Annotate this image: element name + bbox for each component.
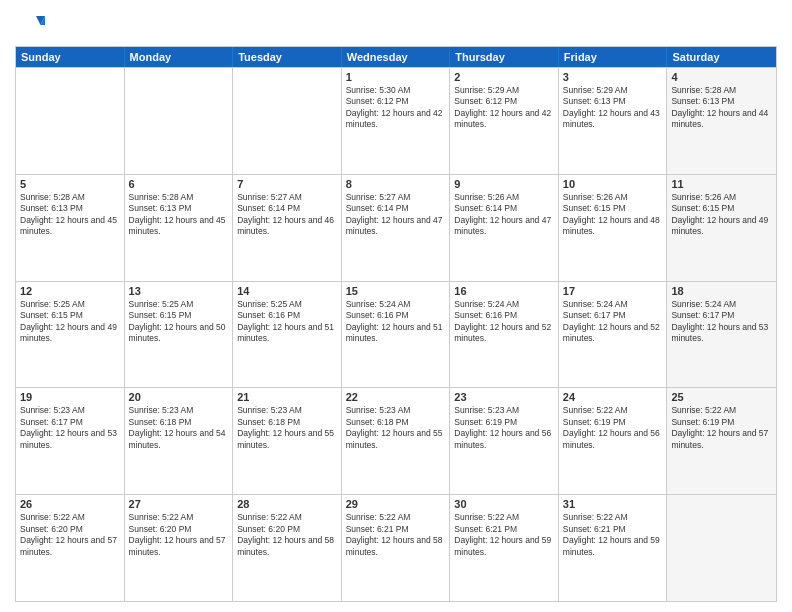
day-info: Sunrise: 5:24 AMSunset: 6:17 PMDaylight:… — [563, 299, 663, 345]
day-info: Sunrise: 5:27 AMSunset: 6:14 PMDaylight:… — [237, 192, 337, 238]
calendar-cell: 19Sunrise: 5:23 AMSunset: 6:17 PMDayligh… — [16, 388, 125, 494]
day-number: 27 — [129, 498, 229, 510]
calendar-header-cell: Tuesday — [233, 47, 342, 67]
calendar-cell: 13Sunrise: 5:25 AMSunset: 6:15 PMDayligh… — [125, 282, 234, 388]
calendar-cell: 6Sunrise: 5:28 AMSunset: 6:13 PMDaylight… — [125, 175, 234, 281]
day-info: Sunrise: 5:26 AMSunset: 6:14 PMDaylight:… — [454, 192, 554, 238]
day-info: Sunrise: 5:22 AMSunset: 6:19 PMDaylight:… — [671, 405, 772, 451]
calendar-header-cell: Monday — [125, 47, 234, 67]
day-info: Sunrise: 5:22 AMSunset: 6:21 PMDaylight:… — [346, 512, 446, 558]
day-number: 19 — [20, 391, 120, 403]
day-info: Sunrise: 5:23 AMSunset: 6:18 PMDaylight:… — [346, 405, 446, 451]
calendar-cell: 29Sunrise: 5:22 AMSunset: 6:21 PMDayligh… — [342, 495, 451, 601]
calendar-header-cell: Sunday — [16, 47, 125, 67]
calendar-cell: 18Sunrise: 5:24 AMSunset: 6:17 PMDayligh… — [667, 282, 776, 388]
day-number: 10 — [563, 178, 663, 190]
day-number: 1 — [346, 71, 446, 83]
day-info: Sunrise: 5:23 AMSunset: 6:18 PMDaylight:… — [237, 405, 337, 451]
day-number: 7 — [237, 178, 337, 190]
day-number: 20 — [129, 391, 229, 403]
calendar-cell: 31Sunrise: 5:22 AMSunset: 6:21 PMDayligh… — [559, 495, 668, 601]
day-number: 22 — [346, 391, 446, 403]
calendar-cell: 10Sunrise: 5:26 AMSunset: 6:15 PMDayligh… — [559, 175, 668, 281]
calendar-cell: 12Sunrise: 5:25 AMSunset: 6:15 PMDayligh… — [16, 282, 125, 388]
day-info: Sunrise: 5:28 AMSunset: 6:13 PMDaylight:… — [671, 85, 772, 131]
calendar-week-row: 12Sunrise: 5:25 AMSunset: 6:15 PMDayligh… — [16, 281, 776, 388]
day-info: Sunrise: 5:28 AMSunset: 6:13 PMDaylight:… — [129, 192, 229, 238]
calendar-week-row: 5Sunrise: 5:28 AMSunset: 6:13 PMDaylight… — [16, 174, 776, 281]
calendar-header-cell: Wednesday — [342, 47, 451, 67]
day-number: 15 — [346, 285, 446, 297]
day-info: Sunrise: 5:26 AMSunset: 6:15 PMDaylight:… — [563, 192, 663, 238]
calendar-cell: 25Sunrise: 5:22 AMSunset: 6:19 PMDayligh… — [667, 388, 776, 494]
day-number: 2 — [454, 71, 554, 83]
calendar-cell: 9Sunrise: 5:26 AMSunset: 6:14 PMDaylight… — [450, 175, 559, 281]
calendar-cell: 22Sunrise: 5:23 AMSunset: 6:18 PMDayligh… — [342, 388, 451, 494]
calendar-cell: 21Sunrise: 5:23 AMSunset: 6:18 PMDayligh… — [233, 388, 342, 494]
day-number: 14 — [237, 285, 337, 297]
calendar-header-cell: Thursday — [450, 47, 559, 67]
calendar-cell: 28Sunrise: 5:22 AMSunset: 6:20 PMDayligh… — [233, 495, 342, 601]
calendar-cell: 24Sunrise: 5:22 AMSunset: 6:19 PMDayligh… — [559, 388, 668, 494]
day-info: Sunrise: 5:22 AMSunset: 6:20 PMDaylight:… — [20, 512, 120, 558]
day-info: Sunrise: 5:26 AMSunset: 6:15 PMDaylight:… — [671, 192, 772, 238]
day-info: Sunrise: 5:23 AMSunset: 6:18 PMDaylight:… — [129, 405, 229, 451]
calendar-cell: 27Sunrise: 5:22 AMSunset: 6:20 PMDayligh… — [125, 495, 234, 601]
day-info: Sunrise: 5:23 AMSunset: 6:19 PMDaylight:… — [454, 405, 554, 451]
calendar-cell: 14Sunrise: 5:25 AMSunset: 6:16 PMDayligh… — [233, 282, 342, 388]
day-number: 28 — [237, 498, 337, 510]
calendar-cell: 1Sunrise: 5:30 AMSunset: 6:12 PMDaylight… — [342, 68, 451, 174]
day-number: 8 — [346, 178, 446, 190]
day-number: 21 — [237, 391, 337, 403]
day-info: Sunrise: 5:23 AMSunset: 6:17 PMDaylight:… — [20, 405, 120, 451]
calendar-cell: 23Sunrise: 5:23 AMSunset: 6:19 PMDayligh… — [450, 388, 559, 494]
day-number: 18 — [671, 285, 772, 297]
calendar-cell: 30Sunrise: 5:22 AMSunset: 6:21 PMDayligh… — [450, 495, 559, 601]
page: SundayMondayTuesdayWednesdayThursdayFrid… — [0, 0, 792, 612]
calendar-cell — [16, 68, 125, 174]
calendar-cell: 2Sunrise: 5:29 AMSunset: 6:12 PMDaylight… — [450, 68, 559, 174]
calendar-cell: 11Sunrise: 5:26 AMSunset: 6:15 PMDayligh… — [667, 175, 776, 281]
day-number: 16 — [454, 285, 554, 297]
day-info: Sunrise: 5:29 AMSunset: 6:13 PMDaylight:… — [563, 85, 663, 131]
day-number: 17 — [563, 285, 663, 297]
calendar-cell: 3Sunrise: 5:29 AMSunset: 6:13 PMDaylight… — [559, 68, 668, 174]
day-number: 30 — [454, 498, 554, 510]
calendar-header-cell: Saturday — [667, 47, 776, 67]
calendar-cell: 4Sunrise: 5:28 AMSunset: 6:13 PMDaylight… — [667, 68, 776, 174]
calendar-week-row: 19Sunrise: 5:23 AMSunset: 6:17 PMDayligh… — [16, 387, 776, 494]
day-number: 12 — [20, 285, 120, 297]
calendar-week-row: 1Sunrise: 5:30 AMSunset: 6:12 PMDaylight… — [16, 67, 776, 174]
calendar: SundayMondayTuesdayWednesdayThursdayFrid… — [15, 46, 777, 602]
day-number: 4 — [671, 71, 772, 83]
day-info: Sunrise: 5:28 AMSunset: 6:13 PMDaylight:… — [20, 192, 120, 238]
day-info: Sunrise: 5:22 AMSunset: 6:20 PMDaylight:… — [237, 512, 337, 558]
day-number: 23 — [454, 391, 554, 403]
calendar-cell: 7Sunrise: 5:27 AMSunset: 6:14 PMDaylight… — [233, 175, 342, 281]
day-number: 3 — [563, 71, 663, 83]
calendar-cell — [233, 68, 342, 174]
calendar-week-row: 26Sunrise: 5:22 AMSunset: 6:20 PMDayligh… — [16, 494, 776, 601]
day-info: Sunrise: 5:24 AMSunset: 6:16 PMDaylight:… — [346, 299, 446, 345]
calendar-cell: 17Sunrise: 5:24 AMSunset: 6:17 PMDayligh… — [559, 282, 668, 388]
header — [15, 10, 777, 40]
day-info: Sunrise: 5:25 AMSunset: 6:15 PMDaylight:… — [129, 299, 229, 345]
calendar-body: 1Sunrise: 5:30 AMSunset: 6:12 PMDaylight… — [16, 67, 776, 601]
day-info: Sunrise: 5:25 AMSunset: 6:15 PMDaylight:… — [20, 299, 120, 345]
day-number: 29 — [346, 498, 446, 510]
calendar-cell: 20Sunrise: 5:23 AMSunset: 6:18 PMDayligh… — [125, 388, 234, 494]
day-number: 11 — [671, 178, 772, 190]
day-info: Sunrise: 5:22 AMSunset: 6:21 PMDaylight:… — [454, 512, 554, 558]
day-info: Sunrise: 5:25 AMSunset: 6:16 PMDaylight:… — [237, 299, 337, 345]
day-number: 26 — [20, 498, 120, 510]
day-info: Sunrise: 5:22 AMSunset: 6:21 PMDaylight:… — [563, 512, 663, 558]
day-info: Sunrise: 5:22 AMSunset: 6:19 PMDaylight:… — [563, 405, 663, 451]
day-info: Sunrise: 5:24 AMSunset: 6:16 PMDaylight:… — [454, 299, 554, 345]
logo — [15, 10, 49, 40]
day-info: Sunrise: 5:30 AMSunset: 6:12 PMDaylight:… — [346, 85, 446, 131]
day-number: 5 — [20, 178, 120, 190]
calendar-cell: 8Sunrise: 5:27 AMSunset: 6:14 PMDaylight… — [342, 175, 451, 281]
day-number: 6 — [129, 178, 229, 190]
day-info: Sunrise: 5:29 AMSunset: 6:12 PMDaylight:… — [454, 85, 554, 131]
day-info: Sunrise: 5:27 AMSunset: 6:14 PMDaylight:… — [346, 192, 446, 238]
